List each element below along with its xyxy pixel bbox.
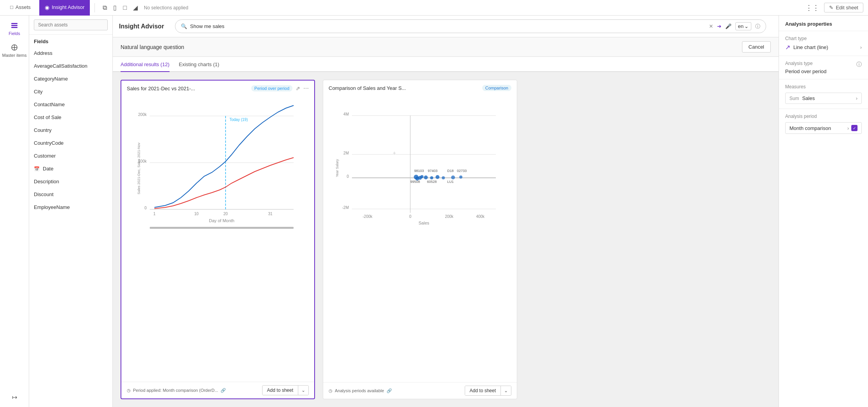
field-label: Cost of Sale (34, 114, 61, 120)
period-section: Analysis period Month comparison › (779, 109, 868, 139)
page-title: Insight Advisor (119, 23, 164, 30)
nlq-bar: Natural language question Cancel (113, 37, 779, 57)
fields-panel: Fields Address AverageCallSatisfaction C… (29, 16, 113, 407)
search-field[interactable] (190, 23, 706, 29)
collapse-button[interactable]: ↦ (9, 390, 20, 404)
fields-list: Address AverageCallSatisfaction Category… (29, 47, 112, 407)
field-employeename[interactable]: EmployeeName (29, 201, 112, 214)
search-bar[interactable]: 🔍 ✕ ➔ 🎤 en ⌄ ⓘ (175, 19, 766, 33)
chart-card-1: Sales for 2021-Dec vs 2021-... Period ov… (121, 80, 315, 399)
bookmark-icon[interactable]: ◢ (133, 4, 138, 11)
field-contactname[interactable]: ContactName (29, 98, 112, 111)
svg-text:D18: D18 (447, 169, 454, 173)
expand-icon[interactable]: ⇗ (296, 85, 300, 91)
language-selector[interactable]: en ⌄ (735, 22, 751, 30)
tab-existing-charts[interactable]: Existing charts (1) (179, 57, 219, 72)
tab-assets[interactable]: □ Assets (5, 0, 36, 16)
chart-footer-2: ◷ Analysis periods available 🔗 Add to sh… (323, 382, 517, 399)
more-icon[interactable]: ⋯ (303, 85, 309, 91)
edit-sheet-button[interactable]: ✎ Edit sheet (824, 3, 863, 12)
period-text-1: Period applied: Month comparison (OrderD… (133, 388, 218, 393)
right-panel: Analysis properties Chart type ↗ Line ch… (779, 16, 868, 407)
main-layout: Fields Master items ↦ Fields Address Ave… (0, 16, 868, 407)
svg-text:+: + (393, 150, 396, 156)
svg-text:4M: 4M (343, 112, 349, 116)
clock-icon-2: ◷ (329, 388, 332, 393)
field-address[interactable]: Address (29, 47, 112, 60)
collapse-icon: ↦ (12, 394, 17, 400)
svg-text:200k: 200k (138, 112, 147, 117)
field-categoryname[interactable]: CategoryName (29, 72, 112, 85)
master-items-icon (10, 44, 18, 51)
tab-additional-results[interactable]: Additional results (12) (121, 57, 170, 72)
field-country[interactable]: Country (29, 124, 112, 137)
help-icon[interactable]: ⓘ (856, 61, 862, 68)
period-title: Analysis period (785, 114, 862, 119)
chart-type-chevron[interactable]: › (860, 44, 862, 50)
sidebar-item-master-items[interactable]: Master items (0, 40, 29, 61)
submit-icon[interactable]: ➔ (717, 23, 721, 29)
measure-prefix: Sum (789, 96, 799, 101)
lang-chevron: ⌄ (744, 23, 749, 29)
svg-point-43 (424, 175, 428, 179)
field-averagecallsatisfaction[interactable]: AverageCallSatisfaction (29, 60, 112, 72)
field-discount[interactable]: Discount (29, 188, 112, 201)
svg-text:-200k: -200k (362, 214, 373, 219)
master-items-label: Master items (2, 53, 27, 58)
cancel-button[interactable]: Cancel (742, 41, 771, 53)
clock-icon: ◷ (127, 388, 131, 393)
period-row[interactable]: Month comparison › (785, 122, 862, 134)
svg-text:31: 31 (268, 212, 273, 216)
field-label: Country (34, 127, 52, 133)
mic-icon[interactable]: 🎤 (725, 23, 732, 29)
field-label: Customer (34, 153, 56, 159)
measure-row[interactable]: Sum Sales › (785, 93, 862, 104)
link-icon-1[interactable]: 🔗 (220, 388, 226, 393)
svg-point-44 (430, 176, 433, 179)
svg-rect-0 (11, 23, 18, 24)
field-description[interactable]: Description (29, 175, 112, 188)
search-icon: 🔍 (181, 23, 187, 29)
measure-chevron[interactable]: › (856, 95, 858, 101)
analysis-type-row: Analysis type ⓘ (785, 61, 862, 68)
sidebar-item-fields[interactable]: Fields (0, 19, 29, 39)
search-right-icons: ✕ ➔ 🎤 en ⌄ ⓘ (709, 22, 760, 30)
tab-insight-advisor[interactable]: ◉ Insight Advisor (39, 0, 90, 16)
search-input[interactable] (34, 19, 108, 30)
field-countrycode[interactable]: CountryCode (29, 137, 112, 149)
field-date[interactable]: 📅 Date (29, 162, 112, 175)
chart-type-label: Chart type (785, 36, 862, 41)
field-customer[interactable]: Customer (29, 149, 112, 162)
fields-label: Fields (9, 31, 20, 36)
chart-title-1: Sales for 2021-Dec vs 2021-... (127, 86, 248, 91)
add-btn-chevron-1[interactable]: ⌄ (298, 386, 308, 395)
svg-point-42 (420, 175, 424, 178)
charts-area: Sales for 2021-Dec vs 2021-... Period ov… (113, 72, 779, 407)
link-icon-2[interactable]: 🔗 (387, 388, 392, 393)
field-city[interactable]: City (29, 85, 112, 98)
svg-text:Day of Month: Day of Month (209, 218, 234, 223)
grid-icon[interactable]: ⋮⋮ (805, 4, 819, 12)
period-info-1: ◷ Period applied: Month comparison (Orde… (127, 388, 259, 393)
add-to-sheet-button-1[interactable]: Add to sheet ⌄ (262, 385, 309, 395)
layout-icon[interactable]: ▯ (113, 4, 117, 11)
period-chevron[interactable]: › (847, 125, 849, 131)
field-label: Address (34, 50, 52, 56)
field-cost-of-sale[interactable]: Cost of Sale (29, 111, 112, 124)
add-btn-chevron-2[interactable]: ⌄ (501, 386, 511, 395)
selection-icon[interactable]: ⧉ (103, 4, 107, 11)
snapshot-icon[interactable]: □ (123, 4, 127, 11)
clear-icon[interactable]: ✕ (709, 23, 713, 29)
analysis-type-value: Period over period (785, 68, 862, 74)
measure-value: Sales (802, 95, 853, 101)
svg-text:0: 0 (409, 214, 411, 219)
svg-text:LU1: LU1 (447, 180, 454, 184)
chart-badge-1: Period over period (251, 85, 292, 91)
add-btn-label-2[interactable]: Add to sheet (465, 386, 501, 395)
add-to-sheet-button-2[interactable]: Add to sheet ⌄ (465, 386, 511, 396)
add-btn-label-1[interactable]: Add to sheet (262, 386, 298, 395)
period-checkbox[interactable] (851, 125, 858, 131)
svg-text:99508: 99508 (410, 180, 420, 184)
info-icon[interactable]: ⓘ (755, 23, 760, 30)
field-label: Discount (34, 191, 54, 197)
